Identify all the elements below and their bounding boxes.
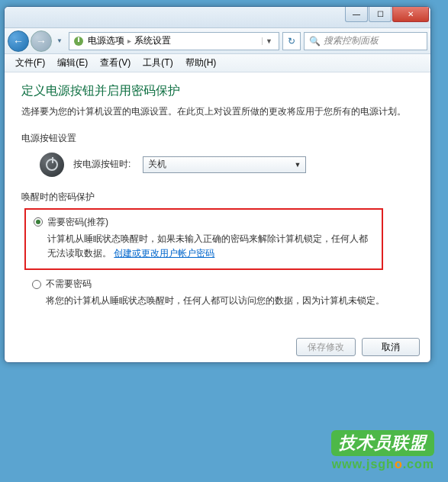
no-password-description: 将您的计算机从睡眠状态唤醒时，任何人都可以访问您的数据，因为计算机未锁定。: [46, 294, 414, 308]
page-description: 选择要为您的计算机设置的电源设置。在此页上对设置所做的更改将应用于您所有的电源计…: [21, 105, 414, 118]
power-button-label: 按电源按钮时:: [73, 158, 131, 171]
power-action-dropdown[interactable]: 关机 ▼: [143, 156, 306, 173]
forward-button[interactable]: →: [31, 31, 52, 52]
address-bar[interactable]: 电源选项 ▸ 系统设置 ▼: [69, 32, 279, 50]
menu-bar: 文件(F) 编辑(E) 查看(V) 工具(T) 帮助(H): [5, 54, 430, 72]
no-password-block: 不需要密码 将您的计算机从睡眠状态唤醒时，任何人都可以访问您的数据，因为计算机未…: [32, 278, 414, 308]
menu-view[interactable]: 查看(V): [94, 55, 137, 71]
page-title: 定义电源按钮并启用密码保护: [21, 83, 414, 99]
refresh-button[interactable]: ↻: [282, 32, 301, 50]
breadcrumb-item[interactable]: 系统设置: [134, 34, 171, 47]
content-area: 定义电源按钮并启用密码保护 选择要为您的计算机设置的电源设置。在此页上对设置所做…: [5, 72, 430, 338]
nav-history-dropdown[interactable]: ▼: [53, 33, 66, 50]
navigation-bar: ← → ▼ 电源选项 ▸ 系统设置 ▼ ↻ 🔍 搜索控制面板: [5, 28, 430, 54]
maximize-button[interactable]: ☐: [369, 7, 392, 22]
power-action-value: 关机: [148, 158, 166, 171]
search-input[interactable]: 🔍 搜索控制面板: [304, 32, 427, 50]
create-password-link[interactable]: 创建或更改用户帐户密码: [114, 248, 214, 259]
breadcrumb-separator: ▸: [127, 37, 131, 45]
search-icon: 🔍: [309, 36, 321, 47]
radio-unchecked-icon: [32, 280, 41, 289]
require-password-label: 需要密码(推荐): [47, 216, 108, 229]
require-password-option[interactable]: 需要密码(推荐): [34, 216, 374, 229]
minimize-button[interactable]: —: [345, 7, 368, 22]
close-button[interactable]: ✕: [392, 7, 429, 22]
highlighted-option: 需要密码(推荐) 计算机从睡眠状态唤醒时，如果未输入正确的密码来解除计算机锁定，…: [24, 208, 383, 270]
menu-tools[interactable]: 工具(T): [137, 55, 179, 71]
wake-password-section-label: 唤醒时的密码保护: [21, 191, 414, 204]
breadcrumb-item[interactable]: 电源选项: [88, 34, 124, 47]
no-password-label: 不需要密码: [46, 278, 92, 291]
address-dropdown[interactable]: ▼: [262, 37, 276, 45]
radio-checked-icon: [34, 217, 43, 227]
require-password-description: 计算机从睡眠状态唤醒时，如果未输入正确的密码来解除计算机锁定，任何人都无法读取数…: [47, 232, 374, 261]
footer-buttons: 保存修改 取消: [290, 338, 420, 356]
menu-help[interactable]: 帮助(H): [179, 55, 223, 71]
cancel-button[interactable]: 取消: [362, 338, 420, 356]
power-button-row: 按电源按钮时: 关机 ▼: [40, 153, 414, 177]
control-panel-window: — ☐ ✕ ← → ▼ 电源选项 ▸ 系统设置 ▼ ↻ 🔍 搜索控制面板 文件(…: [4, 6, 431, 363]
menu-file[interactable]: 文件(F): [9, 55, 51, 71]
watermark-badge: 技术员联盟: [331, 430, 434, 456]
chevron-down-icon: ▼: [294, 161, 301, 169]
svg-rect-1: [78, 37, 79, 42]
power-button-section-label: 电源按钮设置: [21, 132, 414, 145]
search-placeholder: 搜索控制面板: [324, 34, 379, 47]
no-password-option[interactable]: 不需要密码: [32, 278, 414, 291]
menu-edit[interactable]: 编辑(E): [51, 55, 94, 71]
save-button[interactable]: 保存修改: [296, 338, 356, 356]
back-button[interactable]: ←: [8, 31, 29, 52]
watermark: 技术员联盟 www.jsgho.com: [331, 430, 434, 471]
power-icon: [40, 153, 64, 177]
watermark-url: www.jsgho.com: [331, 458, 434, 471]
titlebar: — ☐ ✕: [5, 7, 430, 28]
power-plan-icon: [73, 35, 85, 47]
